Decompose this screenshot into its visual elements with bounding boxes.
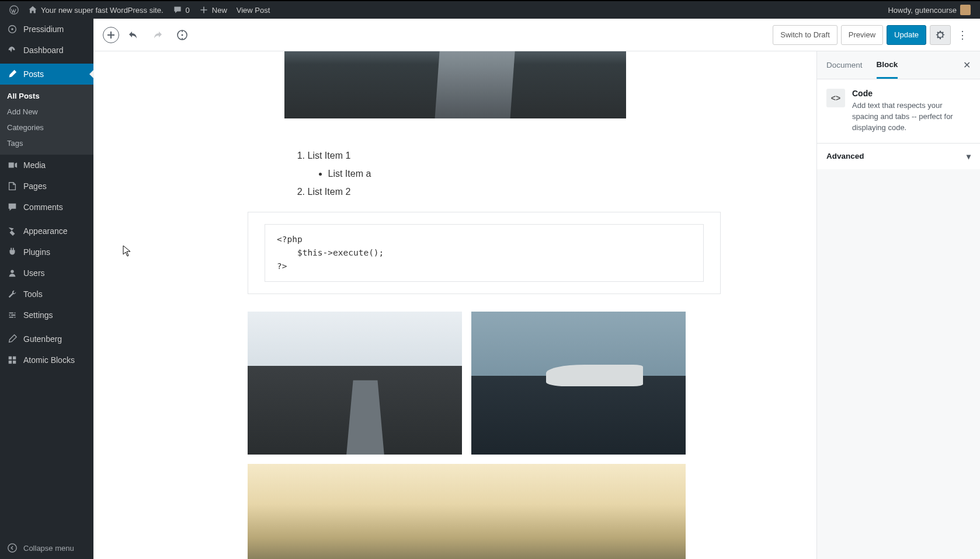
update-button[interactable]: Update (887, 25, 926, 45)
block-card: <> Code Add text that respects your spac… (817, 79, 980, 144)
sidebar-item-posts[interactable]: Posts (0, 64, 93, 85)
svg-point-10 (182, 34, 183, 36)
advanced-panel-toggle[interactable]: Advanced ▾ (817, 144, 980, 169)
wp-logo[interactable] (5, 1, 23, 19)
sidebar-item-appearance[interactable]: Appearance (0, 221, 93, 242)
sidebar-item-dashboard[interactable]: Dashboard (0, 40, 93, 61)
settings-toggle-button[interactable] (930, 25, 951, 45)
content-structure-button[interactable] (172, 25, 193, 46)
switch-to-draft-button[interactable]: Switch to Draft (773, 25, 837, 45)
svg-rect-6 (9, 361, 12, 364)
submenu-all-posts[interactable]: All Posts (0, 88, 93, 104)
svg-point-8 (8, 544, 16, 552)
list-item: List Item 1 List Item a (308, 148, 626, 181)
editor-toolbar: Switch to Draft Preview Update ⋮ (93, 19, 980, 51)
preview-button[interactable]: Preview (841, 25, 883, 45)
sidebar-item-pages[interactable]: Pages (0, 176, 93, 197)
howdy-text: Howdy, gutencourse (888, 6, 957, 15)
svg-rect-7 (13, 361, 16, 364)
submenu-categories[interactable]: Categories (0, 120, 93, 135)
my-account-link[interactable]: Howdy, gutencourse (883, 1, 975, 19)
tab-document[interactable]: Document (826, 53, 863, 78)
block-description: Add text that respects your spacing and … (852, 100, 971, 134)
sidebar-item-media[interactable]: Media (0, 155, 93, 176)
collapse-menu[interactable]: Collapse menu (0, 537, 93, 559)
code-block-content[interactable]: <?php $this->execute(); ?> (265, 224, 704, 282)
sidebar-item-tools[interactable]: Tools (0, 284, 93, 305)
code-block-selected[interactable]: <?php $this->execute(); ?> (248, 212, 721, 295)
close-sidebar-button[interactable]: ✕ (963, 60, 971, 71)
new-content-link[interactable]: New (194, 1, 232, 19)
gallery-block[interactable] (248, 312, 686, 559)
sidebar-item-pressidium[interactable]: Pressidium (0, 19, 93, 40)
add-block-button[interactable] (103, 27, 119, 43)
plus-icon (199, 5, 208, 15)
site-title: Your new super fast WordPress site. (41, 6, 164, 15)
editor-canvas-scroll[interactable]: List Item 1 List Item a List Item 2 <?ph… (93, 51, 816, 559)
list-item: List Item a (328, 166, 626, 181)
gallery-image[interactable] (248, 464, 686, 559)
admin-sidebar: Pressidium Dashboard Posts All Posts Add… (0, 19, 93, 559)
list-block[interactable]: List Item 1 List Item a List Item 2 (284, 148, 626, 200)
tab-block[interactable]: Block (877, 52, 898, 79)
settings-sidebar: Document Block ✕ <> Code Add text that r… (816, 51, 980, 559)
svg-point-3 (11, 270, 13, 273)
block-title: Code (852, 89, 971, 98)
avatar (960, 5, 971, 15)
sidebar-item-users[interactable]: Users (0, 263, 93, 284)
list-item: List Item 2 (308, 184, 626, 200)
admin-bar: Your new super fast WordPress site. 0 Ne… (0, 0, 980, 19)
posts-submenu: All Posts Add New Categories Tags (0, 85, 93, 155)
comment-icon (173, 5, 182, 15)
sidebar-item-settings[interactable]: Settings (0, 305, 93, 326)
sidebar-item-gutenberg[interactable]: Gutenberg (0, 329, 93, 350)
svg-rect-5 (13, 357, 16, 359)
image-block-hero[interactable] (284, 51, 626, 118)
block-editor: Switch to Draft Preview Update ⋮ List It… (93, 19, 980, 559)
sidebar-item-atomic[interactable]: Atomic Blocks (0, 350, 93, 371)
comments-link[interactable]: 0 (168, 1, 194, 19)
code-icon: <> (826, 89, 845, 107)
redo-button (147, 25, 168, 46)
chevron-down-icon: ▾ (967, 152, 971, 161)
gallery-image[interactable] (248, 312, 462, 455)
comments-count: 0 (186, 6, 190, 15)
undo-button[interactable] (123, 25, 144, 46)
sidebar-item-plugins[interactable]: Plugins (0, 242, 93, 263)
svg-point-2 (11, 28, 13, 30)
view-post-link[interactable]: View Post (232, 1, 275, 19)
svg-rect-4 (9, 357, 12, 359)
more-menu-button[interactable]: ⋮ (954, 25, 971, 45)
gear-icon (935, 30, 946, 40)
sidebar-item-comments[interactable]: Comments (0, 197, 93, 218)
submenu-tags[interactable]: Tags (0, 135, 93, 151)
gallery-image[interactable] (471, 312, 686, 455)
home-icon (28, 5, 37, 15)
svg-point-0 (10, 6, 18, 14)
site-home-link[interactable]: Your new super fast WordPress site. (23, 1, 168, 19)
new-label: New (212, 6, 227, 15)
submenu-add-new[interactable]: Add New (0, 104, 93, 120)
